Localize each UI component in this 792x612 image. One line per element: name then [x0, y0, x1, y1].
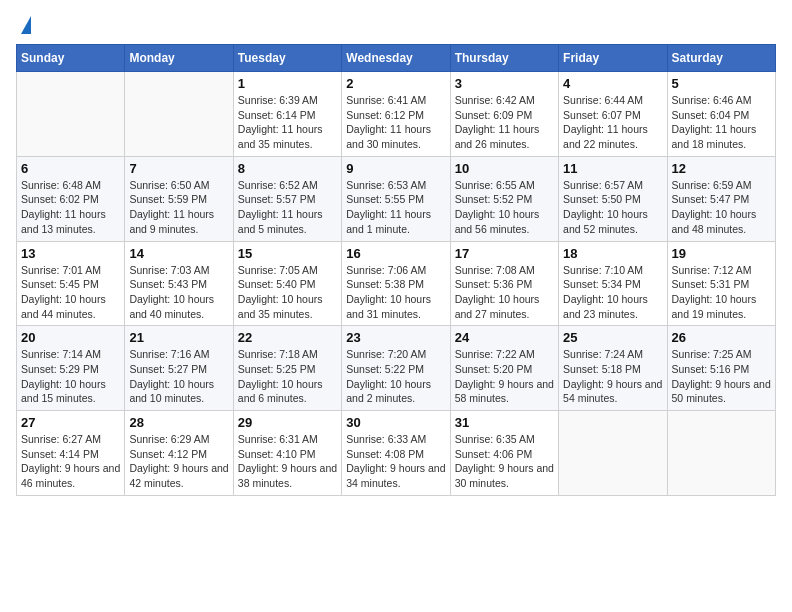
calendar-cell: 31Sunrise: 6:35 AMSunset: 4:06 PMDayligh…	[450, 411, 558, 496]
day-info: Sunrise: 6:29 AMSunset: 4:12 PMDaylight:…	[129, 432, 228, 491]
calendar-cell: 19Sunrise: 7:12 AMSunset: 5:31 PMDayligh…	[667, 241, 775, 326]
calendar-day-header: Wednesday	[342, 45, 450, 72]
day-info: Sunrise: 6:46 AMSunset: 6:04 PMDaylight:…	[672, 93, 771, 152]
day-info: Sunrise: 6:57 AMSunset: 5:50 PMDaylight:…	[563, 178, 662, 237]
day-info: Sunrise: 6:48 AMSunset: 6:02 PMDaylight:…	[21, 178, 120, 237]
page-header	[16, 16, 776, 34]
day-info: Sunrise: 6:52 AMSunset: 5:57 PMDaylight:…	[238, 178, 337, 237]
calendar-header-row: SundayMondayTuesdayWednesdayThursdayFrid…	[17, 45, 776, 72]
calendar-cell	[667, 411, 775, 496]
day-number: 25	[563, 330, 662, 345]
day-number: 11	[563, 161, 662, 176]
calendar-cell: 29Sunrise: 6:31 AMSunset: 4:10 PMDayligh…	[233, 411, 341, 496]
day-number: 10	[455, 161, 554, 176]
calendar-week-row: 27Sunrise: 6:27 AMSunset: 4:14 PMDayligh…	[17, 411, 776, 496]
day-info: Sunrise: 7:12 AMSunset: 5:31 PMDaylight:…	[672, 263, 771, 322]
day-info: Sunrise: 7:24 AMSunset: 5:18 PMDaylight:…	[563, 347, 662, 406]
calendar-day-header: Saturday	[667, 45, 775, 72]
calendar-cell: 24Sunrise: 7:22 AMSunset: 5:20 PMDayligh…	[450, 326, 558, 411]
day-info: Sunrise: 6:41 AMSunset: 6:12 PMDaylight:…	[346, 93, 445, 152]
calendar-cell: 16Sunrise: 7:06 AMSunset: 5:38 PMDayligh…	[342, 241, 450, 326]
calendar-cell: 5Sunrise: 6:46 AMSunset: 6:04 PMDaylight…	[667, 72, 775, 157]
calendar-day-header: Tuesday	[233, 45, 341, 72]
calendar-cell: 9Sunrise: 6:53 AMSunset: 5:55 PMDaylight…	[342, 156, 450, 241]
day-info: Sunrise: 7:22 AMSunset: 5:20 PMDaylight:…	[455, 347, 554, 406]
day-number: 18	[563, 246, 662, 261]
calendar-table: SundayMondayTuesdayWednesdayThursdayFrid…	[16, 44, 776, 496]
day-info: Sunrise: 6:53 AMSunset: 5:55 PMDaylight:…	[346, 178, 445, 237]
calendar-week-row: 1Sunrise: 6:39 AMSunset: 6:14 PMDaylight…	[17, 72, 776, 157]
day-number: 31	[455, 415, 554, 430]
day-info: Sunrise: 7:20 AMSunset: 5:22 PMDaylight:…	[346, 347, 445, 406]
day-number: 16	[346, 246, 445, 261]
calendar-day-header: Sunday	[17, 45, 125, 72]
day-info: Sunrise: 7:01 AMSunset: 5:45 PMDaylight:…	[21, 263, 120, 322]
calendar-cell: 10Sunrise: 6:55 AMSunset: 5:52 PMDayligh…	[450, 156, 558, 241]
calendar-cell: 6Sunrise: 6:48 AMSunset: 6:02 PMDaylight…	[17, 156, 125, 241]
calendar-cell: 12Sunrise: 6:59 AMSunset: 5:47 PMDayligh…	[667, 156, 775, 241]
day-info: Sunrise: 6:59 AMSunset: 5:47 PMDaylight:…	[672, 178, 771, 237]
day-info: Sunrise: 7:14 AMSunset: 5:29 PMDaylight:…	[21, 347, 120, 406]
day-info: Sunrise: 6:27 AMSunset: 4:14 PMDaylight:…	[21, 432, 120, 491]
day-number: 19	[672, 246, 771, 261]
day-info: Sunrise: 7:18 AMSunset: 5:25 PMDaylight:…	[238, 347, 337, 406]
day-info: Sunrise: 6:35 AMSunset: 4:06 PMDaylight:…	[455, 432, 554, 491]
calendar-cell: 27Sunrise: 6:27 AMSunset: 4:14 PMDayligh…	[17, 411, 125, 496]
calendar-cell: 13Sunrise: 7:01 AMSunset: 5:45 PMDayligh…	[17, 241, 125, 326]
day-number: 27	[21, 415, 120, 430]
calendar-cell	[17, 72, 125, 157]
day-number: 12	[672, 161, 771, 176]
day-info: Sunrise: 7:10 AMSunset: 5:34 PMDaylight:…	[563, 263, 662, 322]
day-number: 15	[238, 246, 337, 261]
calendar-cell: 3Sunrise: 6:42 AMSunset: 6:09 PMDaylight…	[450, 72, 558, 157]
day-number: 14	[129, 246, 228, 261]
calendar-cell: 26Sunrise: 7:25 AMSunset: 5:16 PMDayligh…	[667, 326, 775, 411]
day-info: Sunrise: 6:42 AMSunset: 6:09 PMDaylight:…	[455, 93, 554, 152]
day-number: 28	[129, 415, 228, 430]
calendar-week-row: 13Sunrise: 7:01 AMSunset: 5:45 PMDayligh…	[17, 241, 776, 326]
day-info: Sunrise: 6:31 AMSunset: 4:10 PMDaylight:…	[238, 432, 337, 491]
calendar-cell: 28Sunrise: 6:29 AMSunset: 4:12 PMDayligh…	[125, 411, 233, 496]
day-number: 8	[238, 161, 337, 176]
day-number: 7	[129, 161, 228, 176]
day-info: Sunrise: 7:05 AMSunset: 5:40 PMDaylight:…	[238, 263, 337, 322]
day-number: 21	[129, 330, 228, 345]
day-number: 22	[238, 330, 337, 345]
day-info: Sunrise: 7:16 AMSunset: 5:27 PMDaylight:…	[129, 347, 228, 406]
calendar-cell: 21Sunrise: 7:16 AMSunset: 5:27 PMDayligh…	[125, 326, 233, 411]
day-number: 5	[672, 76, 771, 91]
day-info: Sunrise: 6:39 AMSunset: 6:14 PMDaylight:…	[238, 93, 337, 152]
day-info: Sunrise: 7:06 AMSunset: 5:38 PMDaylight:…	[346, 263, 445, 322]
day-info: Sunrise: 6:33 AMSunset: 4:08 PMDaylight:…	[346, 432, 445, 491]
day-number: 17	[455, 246, 554, 261]
calendar-day-header: Monday	[125, 45, 233, 72]
day-number: 9	[346, 161, 445, 176]
calendar-cell: 25Sunrise: 7:24 AMSunset: 5:18 PMDayligh…	[559, 326, 667, 411]
day-number: 20	[21, 330, 120, 345]
day-info: Sunrise: 6:55 AMSunset: 5:52 PMDaylight:…	[455, 178, 554, 237]
day-number: 26	[672, 330, 771, 345]
calendar-week-row: 6Sunrise: 6:48 AMSunset: 6:02 PMDaylight…	[17, 156, 776, 241]
calendar-cell	[559, 411, 667, 496]
day-number: 3	[455, 76, 554, 91]
day-number: 1	[238, 76, 337, 91]
day-number: 6	[21, 161, 120, 176]
day-number: 23	[346, 330, 445, 345]
day-number: 30	[346, 415, 445, 430]
day-number: 29	[238, 415, 337, 430]
calendar-cell: 1Sunrise: 6:39 AMSunset: 6:14 PMDaylight…	[233, 72, 341, 157]
logo	[16, 16, 31, 34]
calendar-cell: 20Sunrise: 7:14 AMSunset: 5:29 PMDayligh…	[17, 326, 125, 411]
day-number: 2	[346, 76, 445, 91]
day-info: Sunrise: 7:25 AMSunset: 5:16 PMDaylight:…	[672, 347, 771, 406]
calendar-cell: 11Sunrise: 6:57 AMSunset: 5:50 PMDayligh…	[559, 156, 667, 241]
calendar-day-header: Friday	[559, 45, 667, 72]
day-info: Sunrise: 6:44 AMSunset: 6:07 PMDaylight:…	[563, 93, 662, 152]
day-number: 4	[563, 76, 662, 91]
calendar-cell: 2Sunrise: 6:41 AMSunset: 6:12 PMDaylight…	[342, 72, 450, 157]
day-number: 13	[21, 246, 120, 261]
calendar-cell	[125, 72, 233, 157]
day-info: Sunrise: 7:08 AMSunset: 5:36 PMDaylight:…	[455, 263, 554, 322]
logo-triangle-icon	[21, 16, 31, 34]
calendar-cell: 15Sunrise: 7:05 AMSunset: 5:40 PMDayligh…	[233, 241, 341, 326]
